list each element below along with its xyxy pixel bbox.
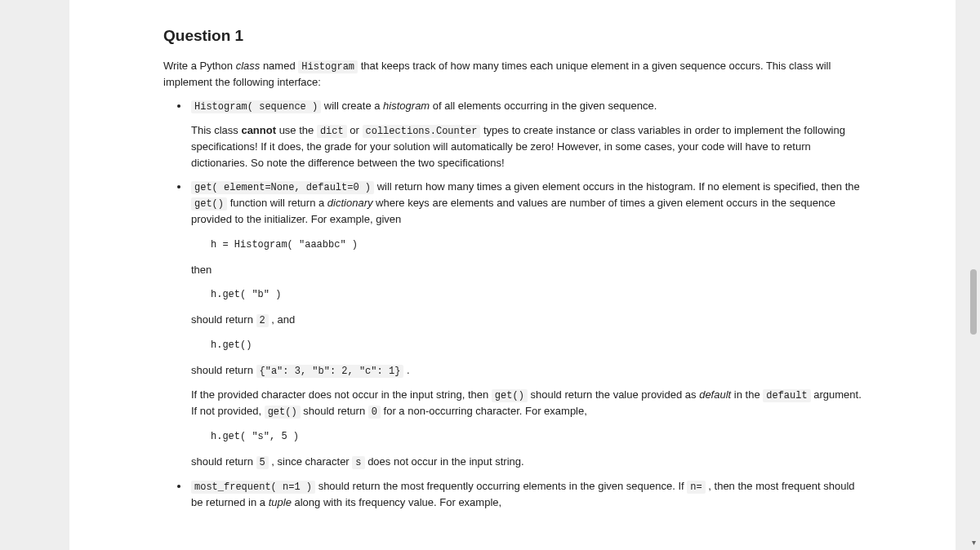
code-dict-literal: {"a": 3, "b": 2, "c": 1}	[256, 365, 404, 378]
text: will create a	[321, 100, 383, 112]
code-example-4: h.get( "s", 5 )	[191, 428, 862, 446]
default-italic: default	[699, 388, 731, 401]
code-5: 5	[256, 456, 269, 469]
text: should return	[191, 364, 256, 376]
question-title: Question 1	[163, 24, 862, 48]
code-zero: 0	[368, 406, 381, 419]
code-get: get()	[265, 406, 301, 419]
restriction-paragraph: This class cannot use the dict or collec…	[191, 122, 862, 171]
code-most-frequent-sig: most_frequent( n=1 )	[191, 481, 315, 494]
bullet-constructor: Histogram( sequence ) will create a hist…	[189, 98, 862, 171]
code-counter: collections.Counter	[363, 125, 481, 138]
default-paragraph: If the provided character does not occur…	[191, 387, 862, 419]
text: should return	[191, 455, 256, 468]
text: should return the value provided as	[528, 388, 699, 401]
text: should return the most frequently occurr…	[315, 480, 687, 492]
class-italic: class	[236, 60, 261, 72]
line: Histogram( sequence ) will create a hist…	[191, 98, 862, 114]
text: in the	[731, 388, 763, 401]
intro-paragraph: Write a Python class named Histogram tha…	[163, 58, 862, 91]
code-example-3: h.get()	[191, 336, 862, 354]
return-line-3: should return 5 , since character s does…	[191, 454, 862, 470]
text: does not occur in the input string.	[365, 455, 524, 468]
text: .	[403, 364, 409, 376]
code-2: 2	[256, 314, 269, 327]
text: should return	[191, 313, 256, 326]
bullet-get: get( element=None, default=0 ) will retu…	[189, 179, 862, 470]
text: of all elements occurring in the given s…	[430, 100, 657, 112]
line: get( element=None, default=0 ) will retu…	[191, 179, 862, 228]
return-line-1: should return 2 , and	[191, 312, 862, 328]
code-n: n=	[687, 481, 705, 494]
code-default-arg: default	[763, 389, 810, 402]
code-get-sig: get( element=None, default=0 )	[191, 181, 374, 194]
interface-list: Histogram( sequence ) will create a hist…	[163, 98, 862, 511]
code-get: get()	[492, 389, 528, 402]
text: should return	[301, 405, 368, 417]
code-get: get()	[191, 197, 227, 211]
bullet-most-frequent: most_frequent( n=1 ) should return the m…	[189, 478, 862, 511]
text: function will return a	[227, 197, 327, 209]
text: or	[347, 124, 363, 136]
scrollbar-thumb[interactable]	[970, 269, 977, 335]
code-constructor-sig: Histogram( sequence )	[191, 100, 321, 113]
code-histogram: Histogram	[298, 60, 358, 73]
text: , since character	[269, 455, 353, 468]
document-inner: Question 1 Write a Python class named Hi…	[69, 24, 956, 511]
text: will return how many times a given eleme…	[374, 180, 860, 193]
scroll-down-arrow-icon[interactable]: ▾	[972, 536, 976, 548]
text: use the	[276, 124, 317, 136]
text-then: then	[191, 262, 862, 278]
cannot-bold: cannot	[241, 124, 276, 136]
text: If the provided character does not occur…	[191, 388, 492, 401]
text: , and	[269, 313, 296, 326]
histogram-italic: histogram	[383, 100, 430, 112]
return-line-2: should return {"a": 3, "b": 2, "c": 1} .	[191, 362, 862, 379]
tuple-italic: tuple	[269, 496, 292, 508]
text: Write a Python	[163, 60, 236, 72]
text: named	[260, 60, 298, 72]
text: for a non-occurring character. For examp…	[381, 405, 587, 417]
code-s: s	[352, 456, 364, 469]
text: along with its frequency value. For exam…	[292, 496, 501, 508]
line: most_frequent( n=1 ) should return the m…	[191, 478, 862, 511]
text: This class	[191, 124, 241, 136]
code-example-1: h = Histogram( "aaabbc" )	[191, 236, 862, 254]
scrollbar-track[interactable]: ▾	[967, 0, 978, 550]
document-body: Question 1 Write a Python class named Hi…	[69, 0, 956, 550]
page-container: Question 1 Write a Python class named Hi…	[0, 0, 980, 550]
dictionary-italic: dictionary	[327, 197, 373, 209]
code-dict: dict	[317, 125, 347, 138]
code-example-2: h.get( "b" )	[191, 286, 862, 304]
